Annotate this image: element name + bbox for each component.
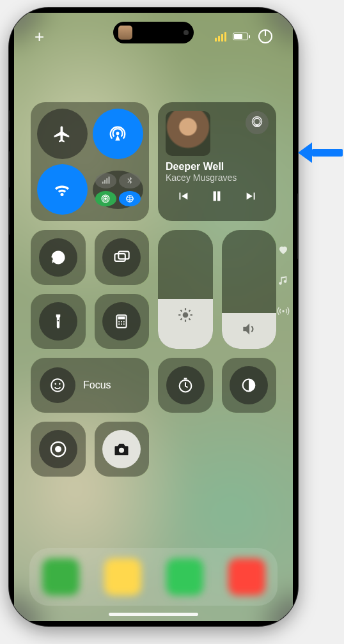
- connectivity-more[interactable]: [93, 171, 143, 209]
- favorite-page-icon[interactable]: [276, 243, 290, 257]
- dark-mode-icon: [240, 376, 258, 394]
- timer-icon: [176, 376, 194, 394]
- next-icon[interactable]: [243, 189, 260, 203]
- bluetooth-toggle[interactable]: [119, 173, 141, 188]
- annotation-arrow: [298, 143, 343, 162]
- previous-icon[interactable]: [175, 189, 191, 203]
- phone-frame: +: [9, 8, 298, 626]
- airplane-icon: [52, 125, 72, 144]
- svg-point-34: [119, 448, 124, 453]
- hotspot-toggle[interactable]: [95, 191, 117, 206]
- volume-down-button[interactable]: [9, 198, 10, 235]
- svg-point-23: [123, 321, 125, 322]
- globe-icon: [125, 194, 135, 204]
- music-page-icon[interactable]: [276, 273, 290, 288]
- svg-rect-12: [214, 191, 216, 201]
- svg-rect-4: [109, 176, 110, 183]
- airplay-icon: [251, 116, 263, 129]
- svg-point-27: [51, 379, 64, 392]
- bluetooth-icon: [125, 176, 135, 186]
- record-icon: [49, 440, 68, 459]
- svg-rect-2: [104, 180, 106, 183]
- connectivity-group[interactable]: [31, 102, 149, 221]
- screen-mirroring-button[interactable]: [95, 230, 150, 285]
- cellular-signal-icon: [215, 32, 226, 42]
- screen-record-button[interactable]: [31, 422, 86, 477]
- rotation-lock-toggle[interactable]: [31, 230, 86, 285]
- svg-point-22: [121, 321, 122, 322]
- focus-icon: [49, 377, 66, 394]
- svg-point-25: [121, 323, 122, 325]
- svg-rect-20: [118, 316, 125, 319]
- connectivity-page-icon[interactable]: [276, 304, 290, 318]
- volume-up-button[interactable]: [9, 151, 10, 188]
- track-artist: Kacey Musgraves: [166, 172, 269, 183]
- wifi-toggle[interactable]: [37, 164, 88, 215]
- svg-rect-1: [102, 181, 104, 183]
- svg-point-5: [104, 197, 107, 200]
- timer-button[interactable]: [158, 358, 213, 413]
- track-title: Deeper Well: [166, 161, 269, 172]
- svg-rect-13: [218, 191, 221, 201]
- brightness-icon: [177, 307, 194, 323]
- screen: +: [14, 13, 293, 621]
- wifi-icon: [52, 180, 72, 199]
- dock: [29, 548, 278, 606]
- dynamic-island[interactable]: [113, 22, 194, 43]
- cellular-toggle[interactable]: [95, 173, 117, 188]
- camera-dot: [184, 30, 189, 35]
- svg-rect-16: [119, 252, 129, 259]
- screen-mirroring-icon: [113, 249, 130, 266]
- svg-point-28: [54, 383, 56, 385]
- now-playing-thumbnail: [118, 26, 132, 40]
- camera-button[interactable]: [95, 422, 150, 477]
- volume-slider[interactable]: [222, 230, 277, 349]
- home-indicator[interactable]: [109, 613, 198, 616]
- dock-app-1: [42, 558, 79, 595]
- svg-point-24: [118, 323, 120, 325]
- calculator-button[interactable]: [95, 294, 150, 349]
- svg-point-35: [282, 310, 284, 312]
- satellite-toggle[interactable]: [119, 191, 141, 206]
- camera-icon: [113, 440, 130, 458]
- svg-point-26: [123, 323, 125, 325]
- svg-point-18: [58, 320, 59, 321]
- pause-icon[interactable]: [208, 188, 225, 204]
- airdrop-icon: [108, 125, 127, 144]
- flashlight-button[interactable]: [31, 294, 86, 349]
- airplay-button[interactable]: [246, 111, 269, 134]
- svg-point-0: [116, 132, 120, 135]
- airplane-mode-toggle[interactable]: [37, 109, 88, 159]
- hotspot-icon: [100, 194, 111, 204]
- side-button[interactable]: [297, 193, 298, 259]
- dock-app-2: [104, 558, 141, 595]
- flashlight-icon: [50, 313, 66, 330]
- now-playing-tile[interactable]: Deeper Well Kacey Musgraves: [158, 102, 276, 221]
- page-indicators[interactable]: [276, 243, 290, 318]
- dock-app-4: [228, 558, 265, 595]
- dark-mode-toggle[interactable]: [222, 358, 277, 413]
- volume-icon: [240, 321, 257, 337]
- cellular-icon: [100, 176, 111, 186]
- power-icon[interactable]: [258, 29, 272, 43]
- control-center: Deeper Well Kacey Musgraves: [31, 102, 276, 477]
- rotation-lock-icon: [49, 249, 67, 266]
- focus-label: Focus: [83, 379, 111, 391]
- svg-rect-14: [56, 254, 60, 259]
- svg-rect-3: [107, 178, 108, 183]
- calculator-icon: [113, 313, 130, 330]
- action-button[interactable]: [9, 110, 10, 132]
- svg-rect-15: [115, 254, 125, 261]
- airdrop-toggle[interactable]: [93, 109, 143, 159]
- svg-point-21: [118, 321, 120, 322]
- svg-point-33: [55, 446, 61, 452]
- svg-point-17: [182, 312, 188, 318]
- brightness-slider[interactable]: [158, 230, 213, 349]
- album-art: [166, 111, 210, 156]
- svg-point-29: [59, 383, 61, 385]
- dock-app-3: [166, 558, 203, 595]
- battery-icon: [233, 33, 248, 40]
- focus-button[interactable]: Focus: [31, 358, 149, 413]
